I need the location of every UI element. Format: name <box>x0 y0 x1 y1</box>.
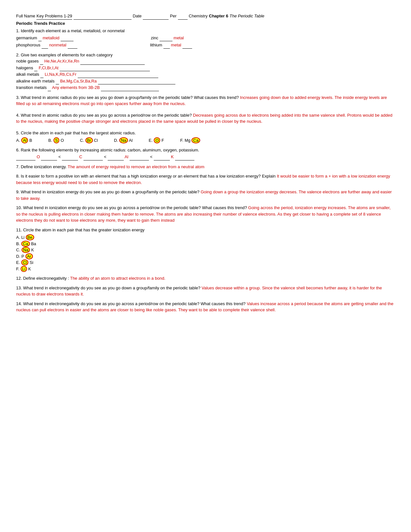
q5-b: B. S O <box>48 137 64 144</box>
q1-lithium: lithium metal <box>150 42 192 49</box>
q6-text: 6. Rank the following elements by increa… <box>16 147 395 153</box>
q5-f-circled: Ca <box>191 137 200 143</box>
question-11: 11. Circle the atom in each pair that ha… <box>16 227 395 272</box>
q11-b-circled: Ca <box>21 241 30 247</box>
q6-answer: O < C < Al < K <box>16 154 395 160</box>
question-13: 13. What trend in electronegativity do y… <box>16 285 395 297</box>
q5-c: C. Br Cl <box>80 137 98 144</box>
q11-d: D. P Ar <box>16 253 395 260</box>
q5-a-circled: Al <box>21 137 28 143</box>
q4-text: 4. What trend in atomic radius do you se… <box>16 113 192 118</box>
chemistry-label: Chemistry <box>189 13 208 19</box>
q5-a: A. Al B <box>16 137 32 144</box>
q9-text: 9. What trend in ionization energy do yo… <box>16 189 200 194</box>
q12-answer: The ability of an atom to attract electr… <box>70 276 165 281</box>
chapter-title: The Periodic Table <box>230 13 264 19</box>
question-8: 8. Is it easier to form a positive ion w… <box>16 173 395 186</box>
q10-text: 10. What trend in ionization energy do y… <box>16 205 247 210</box>
per-label: Per <box>170 13 176 19</box>
q5-d: D. Na Al <box>114 137 133 144</box>
question-5: 5. Circle the atom in each pair that has… <box>16 130 395 144</box>
q11-e-circled: Cl <box>21 259 28 266</box>
question-2: 2. Give two examples of elements for eac… <box>16 52 395 91</box>
q5-f: F. Mg Ca <box>180 137 200 144</box>
q5-e: E. O F <box>149 137 164 144</box>
q2-transition: transition metals Any elements from 3B-2… <box>16 84 395 91</box>
q11-text: 11. Circle the atom in each pair that ha… <box>16 227 395 233</box>
question-4: 4. What trend in atomic radius do you se… <box>16 112 395 125</box>
q11-f: F. Li K <box>16 266 395 272</box>
section-title: Periodic Trends Practice <box>16 20 395 27</box>
q8-text: 8. Is it easier to form a positive ion w… <box>16 174 276 179</box>
question-14: 14. What trend in electronegativity do y… <box>16 301 395 313</box>
q11-a-circled: Be <box>26 234 34 240</box>
q11-e: E. Cl Si <box>16 259 395 266</box>
q11-b: B. Ca Ba <box>16 241 395 247</box>
header: Full Name Key Problems 1-29 Date Per Che… <box>16 13 395 20</box>
q13-text: 13. What trend in electronegativity do y… <box>16 285 201 290</box>
q5-text: 5. Circle the atom in each pair that has… <box>16 130 395 136</box>
full-name-label: Full Name <box>16 13 35 19</box>
q11-c-circled: Na <box>22 247 30 253</box>
q7-answer: The amount of energy required to remove … <box>68 164 204 169</box>
q12-text: 12. Define electronegativity : <box>16 276 69 281</box>
q5-e-circled: O <box>154 137 160 143</box>
q11-c: C. Na K <box>16 247 395 253</box>
q5-d-circled: Na <box>119 137 128 143</box>
q11-f-circled: Li <box>21 266 27 272</box>
q2-text: 2. Give two examples of elements for eac… <box>16 52 395 58</box>
q5-b-circled: S <box>54 137 60 143</box>
q2-halogens: halogens F,Cl,Br,I,At <box>16 65 395 72</box>
q1-zinc: zinc metal <box>151 35 184 42</box>
question-3: 3. What trend in atomic radius do you se… <box>16 94 395 107</box>
question-10: 10. What trend in ionization energy do y… <box>16 205 395 224</box>
q2-noble: noble gases He,Ne,Ar,Kr,Xe,Rn <box>16 58 395 65</box>
q1-germanium: germanium metalloid <box>16 35 73 42</box>
question-7: 7. Define ionization energy. The amount … <box>16 164 395 170</box>
question-6: 6. Rank the following elements by increa… <box>16 147 395 160</box>
date-label: Date <box>133 13 142 19</box>
question-1: 1. Identify each element as a metal, met… <box>16 28 395 49</box>
q5-c-circled: Br <box>85 137 93 143</box>
q11-d-circled: Ar <box>25 253 33 259</box>
question-9: 9. What trend in ionization energy do yo… <box>16 189 395 201</box>
q3-text: 3. What trend in atomic radius do you se… <box>16 95 239 100</box>
q14-text: 14. What trend in electronegativity do y… <box>16 301 246 306</box>
q7-text: 7. Define ionization energy. <box>16 164 67 169</box>
q2-alkali: alkali metals Li,Na,K,Rb,Cs,Fr <box>16 71 395 78</box>
q1-text: 1. Identify each element as a metal, met… <box>16 28 395 34</box>
question-12: 12. Define electronegativity : The abili… <box>16 275 395 282</box>
q1-phosphorous: phosphorous nonmetal <box>16 42 77 49</box>
chapter-label: Chapter 6 <box>209 13 228 19</box>
q11-a: A. Li Be <box>16 234 395 241</box>
key-problems-value: Key Problems 1-29 <box>36 13 72 20</box>
q5-a-label: A. <box>16 138 21 143</box>
q2-alkaline: alkaline earth metals Be,Mg,Ca,Sr,Ba,Ra <box>16 78 395 85</box>
